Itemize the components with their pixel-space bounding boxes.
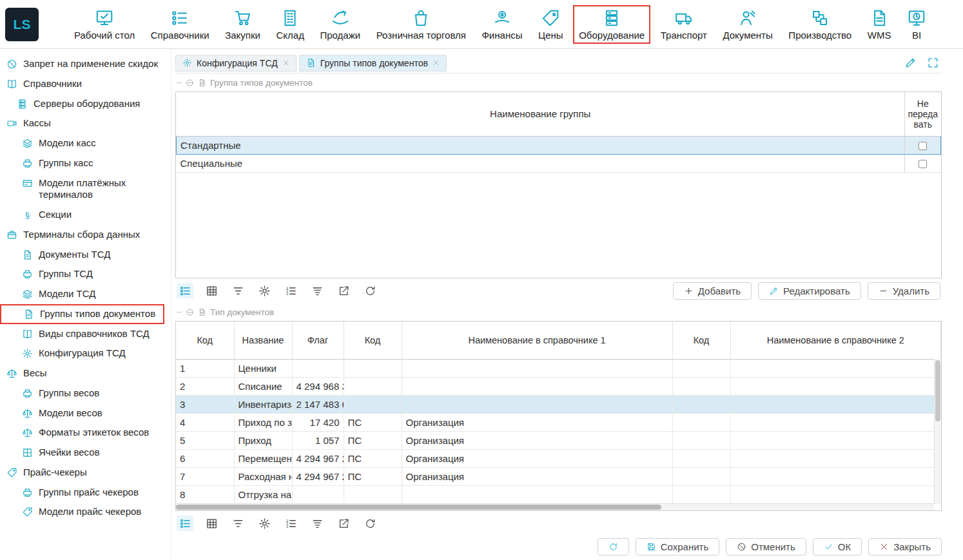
sidebar-item[interactable]: Модели весов [0,403,170,423]
reload-icon[interactable] [362,516,378,531]
top-nav-item[interactable]: Финансы [476,5,528,44]
ref1-cell[interactable] [402,377,672,395]
not-transfer-checkbox[interactable] [919,142,927,150]
sidebar-item[interactable]: Модели прайс чекеров [0,502,170,522]
top-nav-item[interactable]: Розничная торговля [371,5,472,44]
sidebar-item[interactable]: Прайс-чекеры [0,463,170,483]
column-header-group-name[interactable]: Наименование группы [177,92,905,136]
horizontal-scrollbar-thumb[interactable] [176,505,661,510]
sidebar-item[interactable]: Терминалы сбора данных [0,225,170,245]
top-nav-item[interactable]: Рабочий стол [68,5,141,44]
close-button[interactable]: Закрыть [868,538,942,555]
column-header[interactable]: Код [672,322,730,359]
code2-cell[interactable] [344,395,402,413]
table-row[interactable]: 4 Приход по з 17 420 ПС Организация [176,413,941,431]
add-button[interactable]: Добавить [673,282,752,300]
code-cell[interactable]: 8 [176,485,234,503]
collapse-icon[interactable] [186,79,194,87]
code-cell[interactable]: 5 [176,431,234,449]
sidebar-item[interactable]: Группы касс [0,153,170,173]
table-row[interactable]: 7 Расходная н 4 294 967 2 ПС Организация [176,467,941,485]
list-view-icon[interactable] [177,283,193,298]
sort-icon[interactable] [309,283,326,298]
column-header[interactable]: Флаг [292,322,344,359]
top-nav-item[interactable]: Справочники [145,5,215,44]
reload-icon[interactable] [362,283,378,298]
sidebar-item[interactable]: Виды справочников ТСД [0,324,170,344]
flag-cell[interactable] [292,485,344,503]
code-cell[interactable]: 2 [176,377,234,395]
name-cell[interactable]: Перемещени [234,449,292,467]
table-row[interactable]: 3 Инвентариза 2 147 483 6 [176,395,941,413]
code3-cell[interactable] [672,449,730,467]
table-row[interactable]: 1 Ценники [176,359,941,377]
ref1-cell[interactable]: Организация [402,431,672,449]
app-logo[interactable]: LS [5,8,39,41]
sidebar-item[interactable]: Модели ТСД [0,284,170,304]
top-nav-item[interactable]: Цены [532,5,569,44]
code-cell[interactable]: 6 [176,449,234,467]
vertical-scrollbar-thumb[interactable] [935,360,940,421]
code2-cell[interactable]: ПС [344,467,402,485]
numbered-list-icon[interactable] [282,516,299,531]
name-cell[interactable]: Ценники [234,359,292,377]
name-cell[interactable]: Приход по з [234,413,292,431]
top-nav-item[interactable]: Закупки [219,5,266,44]
top-nav-item[interactable]: Транспорт [655,5,713,44]
sort-icon[interactable] [309,516,326,531]
column-header[interactable]: Название [234,322,292,359]
flag-cell[interactable]: 1 057 [292,431,344,449]
sidebar-item[interactable]: Ячейки весов [0,443,170,463]
top-nav-item[interactable]: WMS [862,5,897,44]
top-nav-item[interactable]: Склад [270,5,309,44]
top-nav-item[interactable]: Документы [717,5,778,44]
filter-icon[interactable] [229,283,246,298]
tab[interactable]: Группы типов документов [299,55,447,72]
code-cell[interactable]: 7 [176,467,234,485]
sidebar-item[interactable]: Группы ТСД [0,264,170,284]
table-row[interactable]: 2 Списание 4 294 968 3 [176,377,941,395]
column-header[interactable]: Наименование в справочнике 1 [402,322,672,359]
top-nav-item[interactable]: Продажи [314,5,366,44]
code2-cell[interactable] [344,485,402,503]
sidebar-item[interactable]: Запрет на применение скидок [0,54,170,74]
group-name-cell[interactable]: Стандартные [177,136,905,154]
ref2-cell[interactable] [730,485,941,503]
group-row[interactable]: Стандартные [177,136,941,154]
code-cell[interactable]: 3 [176,395,234,413]
refresh-button[interactable] [598,538,629,555]
code2-cell[interactable] [344,359,402,377]
edit-icon[interactable] [904,57,917,69]
table-view-icon[interactable] [203,283,220,298]
ok-button[interactable]: ОК [813,538,862,555]
ref1-cell[interactable]: Организация [402,467,672,485]
top-nav-item[interactable]: Производство [783,5,857,44]
code2-cell[interactable]: ПС [344,413,402,431]
flag-cell[interactable] [292,359,344,377]
code3-cell[interactable] [672,377,730,395]
code3-cell[interactable] [672,395,730,413]
ref1-cell[interactable]: Организация [402,413,672,431]
flag-cell[interactable]: 17 420 [292,413,344,431]
tab[interactable]: Конфигурация ТСД [175,55,297,72]
ref1-cell[interactable] [402,485,672,503]
code3-cell[interactable] [672,485,730,503]
export-icon[interactable] [335,516,352,531]
list-view-icon[interactable] [177,516,193,531]
name-cell[interactable]: Списание [234,377,292,395]
flag-cell[interactable]: 2 147 483 6 [292,395,344,413]
code-cell[interactable]: 4 [176,413,234,431]
table-row[interactable]: 6 Перемещени 4 294 967 2 ПС Организация [176,449,941,467]
close-tab-icon[interactable] [282,59,289,66]
collapse-icon[interactable] [186,308,194,316]
vertical-scrollbar[interactable] [934,359,941,503]
sidebar-item[interactable]: Модели касс [0,133,170,153]
edit-button[interactable]: Редактировать [758,282,861,300]
name-cell[interactable]: Отгрузка на [234,485,292,503]
close-tab-icon[interactable] [433,59,440,66]
code2-cell[interactable]: ПС [344,449,402,467]
sidebar-item[interactable]: Весы [0,363,170,383]
flag-cell[interactable]: 4 294 967 2 [292,449,344,467]
ref2-cell[interactable] [730,359,941,377]
sidebar-item[interactable]: Группы прайс чекеров [0,483,170,503]
